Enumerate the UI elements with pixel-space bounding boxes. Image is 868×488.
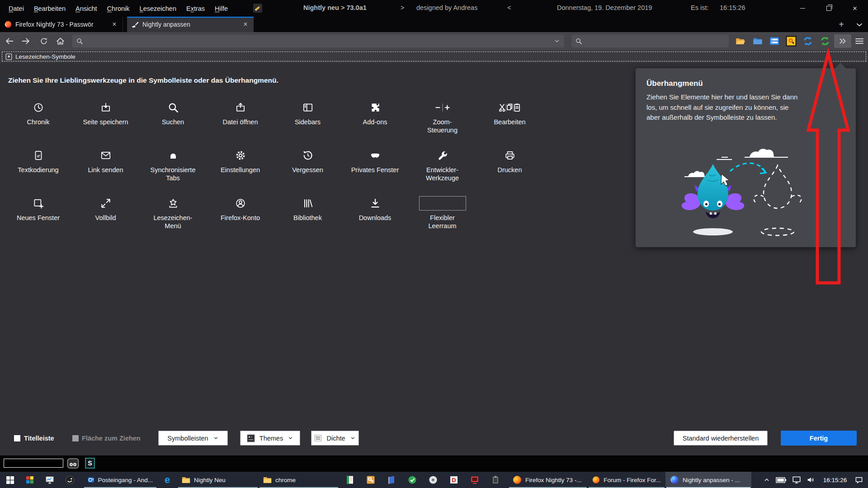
done-button[interactable]: Fertig	[781, 431, 857, 446]
toolbars-dropdown[interactable]: Symbolleisten	[158, 431, 228, 446]
taskbar-item-label: Forum - Firefox For...	[604, 477, 661, 483]
forward-button[interactable]	[19, 34, 33, 48]
menu-datei[interactable]: Datei	[5, 4, 28, 14]
address-toolbar-input[interactable]	[4, 459, 63, 468]
blue-book-icon[interactable]	[387, 475, 396, 484]
tab-close-icon[interactable]: ×	[241, 20, 250, 29]
titlebar-checkbox[interactable]	[14, 435, 20, 441]
tool-vollbild[interactable]: Vollbild	[72, 196, 139, 244]
new-tab-button[interactable]: +	[835, 19, 847, 30]
media-app-button[interactable]	[20, 472, 40, 488]
tool-flexibler-leerraum[interactable]: Flexibler Leerraum	[409, 196, 476, 244]
tool-seite-speichern[interactable]: Seite speichern	[72, 100, 139, 148]
minimize-button[interactable]	[789, 0, 816, 17]
orange-search-addon-icon[interactable]	[786, 36, 797, 47]
network-display-icon[interactable]	[792, 476, 801, 484]
goggles-icon[interactable]	[67, 457, 79, 469]
chevron-down-icon	[213, 435, 219, 441]
themes-dropdown[interactable]: Themes	[240, 431, 300, 446]
tool-chronik[interactable]: Chronik	[5, 100, 72, 148]
sync-blue-icon[interactable]	[802, 36, 813, 47]
tool-add-ons[interactable]: Add-ons	[341, 100, 409, 148]
taskbar-item-outlook[interactable]: Posteingang - And...	[83, 472, 157, 488]
menu-chronik[interactable]: Chronik	[103, 4, 134, 14]
menu-extras[interactable]: Extras	[182, 4, 209, 14]
taskbar-item-nightly-anpassen-active[interactable]: Nightly anpassen - ...	[665, 472, 751, 488]
tool-zoom-steuerung[interactable]: Zoom- Steuerung	[409, 100, 476, 148]
back-button[interactable]	[3, 34, 16, 48]
tool-label: Privates Fenster	[341, 166, 409, 174]
tool-bibliothek[interactable]: Bibliothek	[274, 196, 341, 244]
green-check-icon[interactable]	[408, 475, 417, 484]
tool-lesezeichen-menue[interactable]: Lesezeichen- Menü	[139, 196, 207, 244]
tool-vergessen[interactable]: Vergessen	[274, 148, 341, 196]
tool-firefox-konto[interactable]: Firefox-Konto	[207, 196, 274, 244]
bookmarks-drop-target[interactable]: Lesezeichen-Symbole	[2, 52, 866, 61]
reload-button[interactable]	[37, 34, 51, 48]
menu-bearbeiten[interactable]: Bearbeiten	[30, 4, 70, 14]
clipboard-app-icon[interactable]	[491, 475, 500, 484]
battery-icon[interactable]	[776, 476, 787, 484]
d-app-icon[interactable]: D	[449, 475, 458, 484]
url-bar[interactable]	[72, 35, 564, 47]
tool-downloads[interactable]: Downloads	[341, 196, 409, 244]
photos-app-button[interactable]	[60, 472, 80, 488]
tab-close-icon[interactable]: ×	[110, 20, 119, 29]
overflow-menu-button[interactable]	[834, 34, 851, 48]
tool-link-senden[interactable]: Link senden	[72, 148, 139, 196]
sharepoint-s-icon[interactable]: S	[85, 458, 95, 469]
keepass-key-icon[interactable]	[366, 475, 375, 484]
tab-list-window-icon[interactable]	[769, 36, 780, 47]
tool-label: Neues Fenster	[5, 214, 72, 222]
menu-hilfe[interactable]: Hilfe	[211, 4, 232, 14]
tool-sidebars[interactable]: Sidebars	[274, 100, 341, 148]
speaker-icon[interactable]	[807, 476, 816, 484]
close-button[interactable]: ×	[842, 0, 868, 17]
taskbar-item-firefox-nightly-73[interactable]: Firefox Nightly 73 -...	[508, 472, 588, 488]
blue-folder-icon[interactable]	[752, 36, 763, 47]
tool-synchronisierte-tabs[interactable]: Synchronisierte Tabs	[139, 148, 207, 196]
taskbar-item-edge[interactable]: e	[157, 472, 177, 488]
tool-entwickler-werkzeuge[interactable]: Entwickler- Werkzeuge	[409, 148, 476, 196]
window-controls: ×	[789, 0, 868, 17]
tool-textkodierung[interactable]: Textkodierung	[5, 148, 72, 196]
taskbar-item-folder-nightly-neu[interactable]: Nightly Neu	[177, 472, 259, 488]
all-tabs-chevron-icon[interactable]	[854, 20, 864, 30]
tray-clock[interactable]: 16:15:26	[821, 477, 849, 483]
tool-einstellungen[interactable]: Einstellungen	[207, 148, 274, 196]
home-button[interactable]	[53, 34, 67, 48]
start-button[interactable]	[0, 472, 20, 488]
tool-datei-oeffnen[interactable]: Datei öffnen	[207, 100, 274, 148]
notes-app-icon[interactable]	[345, 475, 354, 484]
taskbar-item-firefox-forum[interactable]: Forum - Firefox For...	[588, 472, 665, 488]
hamburger-menu-icon[interactable]	[854, 36, 865, 47]
open-folder-bookmark-icon[interactable]	[735, 36, 746, 47]
tab-customize-active[interactable]: Nightly anpassen ×	[127, 17, 254, 32]
menu-lesezeichen[interactable]: Lesezeichen	[136, 4, 180, 14]
tray-chevron-up-icon[interactable]	[763, 476, 770, 483]
svg-text:e: e	[165, 475, 170, 485]
windows-taskbar: Posteingang - And... e Nightly Neu chrom…	[0, 472, 868, 488]
sync-green-icon[interactable]	[820, 36, 830, 47]
action-center-icon[interactable]	[854, 476, 863, 484]
menu-ansicht[interactable]: Ansicht	[71, 4, 101, 14]
tab-firefox-nightly[interactable]: Firefox Nightly 73 - Passwör ×	[0, 17, 123, 32]
tool-suchen[interactable]: Suchen	[139, 100, 207, 148]
forget-icon	[302, 150, 314, 161]
urlbar-dropdown-chevron-icon[interactable]	[553, 38, 561, 45]
tool-neues-fenster[interactable]: Neues Fenster	[5, 196, 72, 244]
disc-icon[interactable]	[429, 475, 438, 484]
density-dropdown[interactable]: Dichte	[311, 431, 359, 446]
window-title-author: designed by Andreas	[416, 4, 477, 11]
restore-defaults-button[interactable]: Standard wiederherstellen	[674, 431, 768, 446]
tool-privates-fenster[interactable]: Privates Fenster	[341, 148, 409, 196]
tool-drucken[interactable]: Drucken	[476, 148, 543, 196]
tool-bearbeiten[interactable]: Bearbeiten	[476, 100, 543, 148]
red-terminal-icon[interactable]	[470, 475, 479, 484]
taskbar-item-folder-chrome[interactable]: chrome	[259, 472, 339, 488]
back-icon	[5, 36, 14, 46]
monitor-app-button[interactable]	[40, 472, 60, 488]
dragspace-checkbox[interactable]	[72, 435, 79, 441]
restore-button[interactable]	[816, 0, 842, 17]
search-bar[interactable]	[571, 35, 729, 47]
